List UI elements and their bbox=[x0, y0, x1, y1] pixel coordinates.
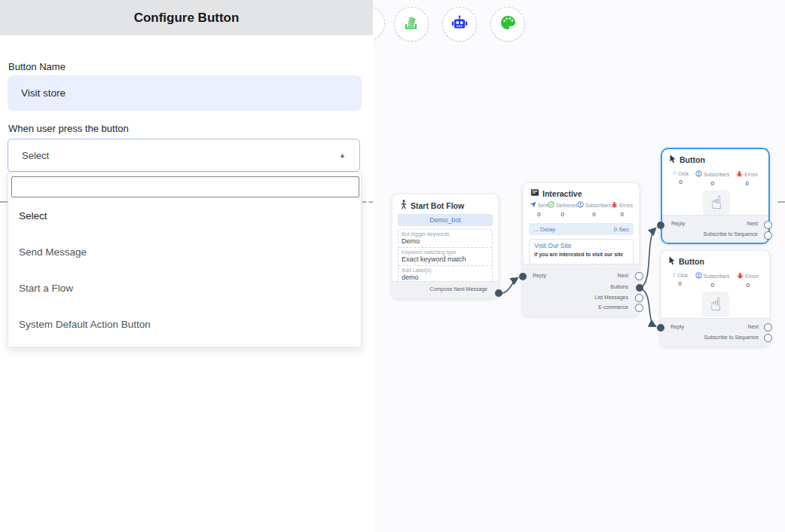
cursor-icon bbox=[668, 256, 676, 267]
field-label: Add Label(s) bbox=[402, 268, 489, 273]
subscribers-icon bbox=[695, 272, 702, 280]
field-row: Bot trigger keywords Demo bbox=[399, 230, 492, 248]
node-title-label: Interactive bbox=[542, 189, 582, 198]
stat-errors: Errors 0 bbox=[737, 272, 759, 289]
compose-next-message-label[interactable]: Compose Next Message bbox=[429, 286, 487, 292]
delivered-icon bbox=[548, 201, 554, 209]
connector-next[interactable] bbox=[635, 272, 643, 280]
node-title-label: Button bbox=[679, 257, 704, 266]
stat-subscribers: Subscribers 0 bbox=[695, 170, 729, 187]
stats-row: Sent 0 Delivered 0 Subscribers 0 Errors bbox=[524, 201, 639, 218]
dropdown-option-send-message[interactable]: Send Message bbox=[8, 234, 361, 270]
connector-button2-reply[interactable] bbox=[657, 324, 664, 332]
stack-icon bbox=[402, 14, 420, 35]
bug-icon bbox=[611, 201, 618, 209]
connector-compose-out[interactable] bbox=[495, 289, 502, 297]
button-node[interactable]: Button ☝ Click 0 Subscribers 0 Errors 0 bbox=[661, 250, 770, 347]
action-select[interactable]: Select ▲ bbox=[8, 139, 360, 172]
flow-builder-app: Start Bot Flow Demo_bot Bot trigger keyw… bbox=[0, 0, 785, 532]
reply-input-label: Reply bbox=[533, 273, 546, 278]
dropdown-option-system-default[interactable]: System Default Action Button bbox=[8, 306, 361, 342]
bot-name-button[interactable]: Demo_bot bbox=[398, 214, 493, 226]
field-label: Keyword matching type bbox=[402, 249, 489, 255]
connector-button2-next[interactable] bbox=[764, 323, 772, 332]
output-label-next: Next bbox=[618, 273, 628, 278]
stat-errors: Errors 0 bbox=[611, 201, 633, 218]
stat-click: ☝ Click 0 bbox=[673, 170, 689, 187]
stat-label: Sent bbox=[538, 203, 548, 208]
panel-header: Configure Button bbox=[0, 0, 373, 35]
output-label-next: Next bbox=[748, 324, 759, 329]
interactive-node[interactable]: Interactive Sent 0 Delivered 0 Subscribe… bbox=[523, 182, 640, 316]
field-value: Exact keyword match bbox=[402, 255, 489, 263]
node-footer: Reply Next Subscribe to Sequence bbox=[661, 318, 769, 346]
subscribers-icon bbox=[577, 201, 584, 209]
stat-click: ☝ Click 0 bbox=[672, 272, 688, 289]
connector-button1-reply[interactable] bbox=[657, 222, 664, 229]
click-icon: ☝ bbox=[672, 272, 676, 278]
message-card[interactable]: Visit Our Site if you are interested to … bbox=[529, 239, 634, 264]
field-value: demo bbox=[402, 274, 489, 281]
message-body: if you are interested to visit our site bbox=[534, 252, 628, 257]
stat-label: Errors bbox=[619, 203, 633, 208]
stat-label: Subscribers bbox=[585, 203, 611, 208]
stat-label: Subscribers bbox=[704, 172, 729, 177]
output-label-next: Next bbox=[747, 221, 758, 226]
stat-value: 0 bbox=[737, 282, 759, 289]
delay-bar[interactable]: ... Delay 0 Sec bbox=[529, 223, 634, 235]
flow-canvas[interactable]: Start Bot Flow Demo_bot Bot trigger keyw… bbox=[373, 0, 785, 532]
dropdown-option-start-a-flow[interactable]: Start a Flow bbox=[8, 270, 361, 306]
stat-subscribers: Subscribers 0 bbox=[577, 201, 611, 218]
walk-icon bbox=[399, 200, 408, 211]
output-label-buttons: Buttons bbox=[610, 284, 628, 289]
stat-errors: Errors 0 bbox=[736, 170, 758, 187]
reply-input-label: Reply bbox=[670, 324, 684, 329]
output-label-subscribe: Subscribe to Sequence bbox=[704, 231, 758, 237]
toolbar-stack-button[interactable] bbox=[394, 7, 429, 41]
connector-list-messages[interactable] bbox=[635, 294, 643, 302]
reply-input-label: Reply bbox=[671, 221, 685, 226]
stat-label: Click bbox=[677, 273, 688, 278]
stat-label: Subscribers bbox=[704, 274, 729, 279]
hand-pointer-icon: ☝ bbox=[702, 292, 729, 317]
robot-icon bbox=[451, 14, 469, 35]
sent-icon bbox=[530, 201, 536, 209]
field-row: Keyword matching type Exact keyword matc… bbox=[399, 248, 492, 266]
interactive-icon bbox=[530, 188, 539, 198]
dropdown-option-select[interactable]: Select bbox=[8, 197, 361, 234]
trigger-fields: Bot trigger keywords Demo Keyword matchi… bbox=[398, 229, 493, 284]
panel-title: Configure Button bbox=[134, 11, 240, 26]
node-footer: Compose Next Message bbox=[392, 281, 498, 298]
start-bot-flow-node[interactable]: Start Bot Flow Demo_bot Bot trigger keyw… bbox=[392, 194, 499, 298]
stat-value: 0 bbox=[695, 180, 729, 187]
node-footer: Reply Next Subscribe to Sequence bbox=[662, 215, 768, 243]
dropdown-search-input[interactable] bbox=[11, 176, 359, 197]
bug-icon bbox=[737, 272, 744, 280]
field-label: Bot trigger keywords bbox=[402, 231, 489, 237]
stat-value: 0 bbox=[548, 211, 576, 218]
toolbar-theme-button[interactable] bbox=[490, 7, 525, 41]
button-name-input[interactable] bbox=[8, 75, 362, 111]
connector-buttons[interactable] bbox=[636, 284, 643, 292]
divider-dash bbox=[362, 201, 373, 203]
connector-button1-next[interactable] bbox=[764, 221, 772, 229]
node-footer: Reply Next Buttons List Messages E-comme… bbox=[524, 264, 639, 315]
divider-dash bbox=[0, 201, 8, 203]
button-node-selected[interactable]: Button ☝ Click 0 Subscribers 0 Errors 0 bbox=[661, 148, 770, 244]
output-label-list-messages: List Messages bbox=[594, 295, 628, 300]
connector-button2-subscribe[interactable] bbox=[764, 334, 772, 342]
connector-interactive-reply[interactable] bbox=[519, 273, 527, 280]
delay-value: 0 Sec bbox=[614, 226, 629, 233]
stat-label: Click bbox=[678, 171, 689, 176]
toolbar-hidden-button[interactable] bbox=[373, 6, 385, 41]
click-icon: ☝ bbox=[673, 170, 677, 176]
toolbar-bot-button[interactable] bbox=[442, 7, 477, 41]
action-label: When user press the button bbox=[8, 123, 129, 134]
stat-value: 0 bbox=[530, 211, 548, 218]
divider-dash bbox=[777, 201, 785, 203]
connector-ecommerce[interactable] bbox=[635, 304, 643, 312]
chevron-up-icon: ▲ bbox=[339, 151, 346, 159]
connector-button1-subscribe[interactable] bbox=[764, 231, 772, 240]
stat-value: 0 bbox=[736, 180, 758, 187]
node-title-label: Start Bot Flow bbox=[411, 201, 464, 210]
